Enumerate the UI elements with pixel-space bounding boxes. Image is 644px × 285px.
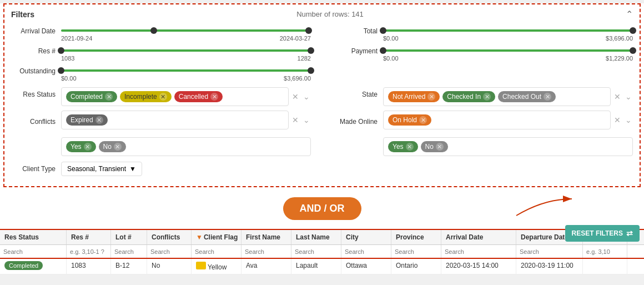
data-first-name: Ava bbox=[242, 259, 291, 274]
conflicts-filter: Conflicts Expired ✕ ✕ ⌄ bbox=[11, 111, 311, 156]
search-province[interactable] bbox=[391, 245, 441, 258]
search-num-nights[interactable] bbox=[583, 245, 627, 258]
res-status-filter: Res Status Completed ✕ Incomplete ✕ bbox=[11, 87, 311, 107]
data-city: Ottawa bbox=[341, 259, 391, 274]
table-search-row bbox=[0, 245, 644, 259]
search-res-status[interactable] bbox=[0, 245, 67, 258]
state-expand[interactable]: ⌄ bbox=[624, 92, 633, 101]
payment-left-val: $0.00 bbox=[383, 55, 399, 62]
status-badge: Completed bbox=[4, 261, 43, 270]
made-online-clear[interactable]: ✕ bbox=[613, 116, 622, 124]
made-online-filter: Made Online On Hold ✕ ✕ ⌄ bbox=[333, 111, 633, 156]
tag-checked-out-close[interactable]: ✕ bbox=[544, 93, 551, 101]
col-header-res-num: Res # bbox=[67, 230, 111, 244]
search-city[interactable] bbox=[341, 245, 391, 258]
and-or-badge[interactable]: AND / OR bbox=[283, 197, 361, 220]
arrival-date-left-val: 2021-09-24 bbox=[61, 35, 92, 42]
tag-completed-close[interactable]: ✕ bbox=[105, 93, 113, 101]
search-province-input[interactable] bbox=[395, 248, 437, 255]
search-first-name-input[interactable] bbox=[245, 248, 288, 255]
data-conflicts: No bbox=[147, 259, 192, 274]
tag-conflicts-yes-close[interactable]: ✕ bbox=[84, 143, 92, 151]
tag-not-arrived-close[interactable]: ✕ bbox=[427, 93, 435, 101]
res-status-tags[interactable]: Completed ✕ Incomplete ✕ Cancelled ✕ bbox=[61, 87, 289, 106]
filters-section: Filters Number of rows: 141 ⌃ Arrival Da… bbox=[3, 3, 641, 187]
search-departure-date-input[interactable] bbox=[520, 248, 579, 255]
conflicts-top-tags[interactable]: Expired ✕ bbox=[61, 111, 289, 129]
state-clear[interactable]: ✕ bbox=[613, 92, 622, 101]
made-online-sub-label bbox=[333, 145, 378, 148]
search-num-nights-input[interactable] bbox=[586, 248, 623, 255]
col-header-province: Province bbox=[391, 230, 441, 244]
tag-on-hold-close[interactable]: ✕ bbox=[419, 116, 427, 124]
filters-row-count: Number of rows: 141 bbox=[296, 10, 364, 18]
table-row: Completed 1083 B-12 No Yellow Ava Lapaul… bbox=[0, 259, 644, 274]
outstanding-filter: Outstanding $0.00 $3,696.00 bbox=[11, 64, 311, 84]
search-res-status-input[interactable] bbox=[3, 248, 63, 255]
payment-slider[interactable]: $0.00 $1,229.00 bbox=[383, 44, 633, 64]
search-last-name[interactable] bbox=[291, 245, 341, 258]
made-online-yes-no-tags[interactable]: Yes ✕ No ✕ bbox=[383, 137, 633, 156]
filters-collapse-btn[interactable]: ⌃ bbox=[626, 9, 633, 19]
search-arrival-date-input[interactable] bbox=[445, 248, 512, 255]
col-header-arrival-date: Arrival Date bbox=[441, 230, 516, 244]
reset-filters-button[interactable]: RESET FILTERS ⇄ bbox=[565, 225, 640, 242]
tag-expired-close[interactable]: ✕ bbox=[95, 116, 103, 124]
arrival-date-slider[interactable]: 2021-09-24 2024-03-27 bbox=[61, 24, 311, 44]
tag-checked-in-close[interactable]: ✕ bbox=[483, 93, 491, 101]
res-status-expand[interactable]: ⌄ bbox=[302, 92, 311, 101]
tag-checked-out: Checked Out ✕ bbox=[498, 91, 556, 102]
filter-grid: Arrival Date 2021-09-24 2024-03-27 bbox=[11, 24, 633, 182]
reset-filters-label: RESET FILTERS bbox=[572, 229, 623, 237]
total-content: $0.00 $3,696.00 bbox=[383, 24, 633, 44]
search-last-name-input[interactable] bbox=[295, 248, 338, 255]
search-client-flag[interactable] bbox=[192, 245, 242, 258]
search-res-num[interactable] bbox=[67, 245, 111, 258]
search-conflicts-input[interactable] bbox=[150, 248, 188, 255]
conflicts-label: Conflicts bbox=[11, 114, 56, 126]
data-res-num: 1083 bbox=[67, 259, 111, 274]
search-conflicts[interactable] bbox=[147, 245, 192, 258]
client-type-filter: Client Type Seasonal, Transient ▼ bbox=[11, 162, 311, 182]
col-header-first-name: First Name bbox=[242, 230, 291, 244]
made-online-top-tags[interactable]: On Hold ✕ bbox=[383, 111, 611, 129]
made-online-expand[interactable]: ⌄ bbox=[624, 116, 633, 124]
client-type-label: Client Type bbox=[11, 162, 56, 173]
payment-content: $0.00 $1,229.00 bbox=[383, 44, 633, 64]
tag-on-hold: On Hold ✕ bbox=[388, 114, 431, 126]
outstanding-slider[interactable]: $0.00 $3,696.00 bbox=[61, 64, 311, 84]
tag-incomplete-close[interactable]: ✕ bbox=[159, 93, 167, 101]
tag-cancelled-close[interactable]: ✕ bbox=[210, 93, 218, 101]
search-lot[interactable] bbox=[111, 245, 147, 258]
conflicts-sub-label bbox=[11, 145, 56, 148]
conflicts-expand[interactable]: ⌄ bbox=[302, 116, 311, 124]
res-num-content: 1083 1282 bbox=[61, 44, 311, 64]
reset-icon: ⇄ bbox=[626, 229, 633, 238]
col-header-last-name: Last Name bbox=[291, 230, 341, 244]
res-num-right-val: 1282 bbox=[298, 55, 311, 62]
state-label: State bbox=[333, 87, 378, 98]
search-res-num-input[interactable] bbox=[70, 248, 107, 255]
total-slider[interactable]: $0.00 $3,696.00 bbox=[383, 24, 633, 44]
conflicts-yes-no-tags[interactable]: Yes ✕ No ✕ bbox=[61, 137, 311, 156]
search-city-input[interactable] bbox=[345, 248, 388, 255]
total-filter: Total $0.00 $3,696.00 bbox=[333, 24, 633, 44]
res-status-clear[interactable]: ✕ bbox=[291, 92, 300, 101]
search-departure-date[interactable] bbox=[516, 245, 583, 258]
res-num-slider[interactable]: 1083 1282 bbox=[61, 44, 311, 64]
tag-made-online-yes-close[interactable]: ✕ bbox=[406, 143, 414, 151]
search-lot-input[interactable] bbox=[114, 248, 143, 255]
search-first-name[interactable] bbox=[242, 245, 291, 258]
tag-made-online-no-close[interactable]: ✕ bbox=[436, 143, 444, 151]
tag-incomplete: Incomplete ✕ bbox=[120, 91, 172, 102]
tag-not-arrived: Not Arrived ✕ bbox=[388, 91, 440, 102]
conflicts-clear[interactable]: ✕ bbox=[291, 116, 300, 124]
outstanding-label: Outstanding bbox=[11, 64, 56, 75]
search-arrival-date[interactable] bbox=[441, 245, 516, 258]
tag-conflicts-no-close[interactable]: ✕ bbox=[114, 143, 122, 151]
client-type-dropdown[interactable]: Seasonal, Transient ▼ bbox=[61, 162, 142, 176]
state-tags[interactable]: Not Arrived ✕ Checked In ✕ Checked Out ✕ bbox=[383, 87, 611, 106]
and-or-section: AND / OR RESET FILTERS ⇄ bbox=[0, 191, 644, 227]
search-client-flag-input[interactable] bbox=[195, 248, 238, 255]
arrival-date-filter: Arrival Date 2021-09-24 2024-03-27 bbox=[11, 24, 311, 44]
